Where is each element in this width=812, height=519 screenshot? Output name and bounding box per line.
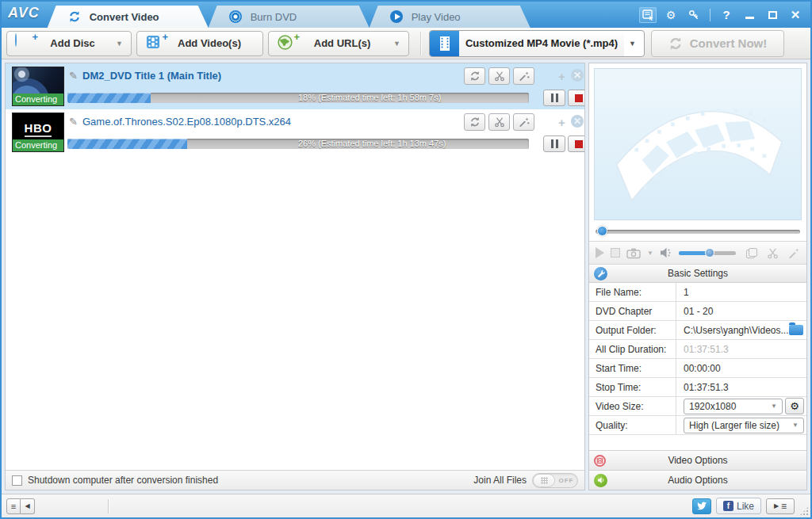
gear-icon[interactable]: ⚙ xyxy=(662,7,680,23)
setting-label: DVD Chapter xyxy=(589,302,676,320)
options-bar: Shutdown computer after conversion finis… xyxy=(6,470,584,490)
quality-value: High (Larger file size) xyxy=(689,420,787,431)
seek-handle[interactable] xyxy=(597,226,607,236)
minimize-button[interactable] xyxy=(741,7,758,23)
stop-button[interactable] xyxy=(568,135,584,152)
edit-title-icon[interactable]: ✎ xyxy=(69,116,78,128)
key-icon[interactable] xyxy=(685,7,703,23)
snapshot-camera-icon[interactable] xyxy=(626,247,641,259)
titlebar-separator xyxy=(710,9,710,21)
queue-row[interactable]: HBO Converting ✎ Game.of.Thrones.S02.Ep0… xyxy=(6,109,584,155)
tab-label: Burn DVD xyxy=(251,11,297,23)
video-size-select[interactable]: 1920x1080 ▼ xyxy=(684,399,783,414)
collapse-panel-button[interactable]: ◀ xyxy=(21,498,35,514)
quality-select[interactable]: High (Larger file size) ▼ xyxy=(684,418,804,433)
audio-options-button[interactable]: Audio Options xyxy=(589,470,806,490)
seek-bar[interactable] xyxy=(596,225,800,238)
folder-icon[interactable] xyxy=(789,325,803,335)
stop-playback-button[interactable] xyxy=(611,248,620,258)
tab-label: Convert Video xyxy=(90,11,159,23)
volume-slider[interactable] xyxy=(679,248,736,258)
join-all-files-toggle[interactable]: OFF xyxy=(532,473,578,488)
convert-now-button[interactable]: Convert Now! xyxy=(651,30,784,57)
queue-panel: Converting ✎ DM2_DVD Title 1 (Main Title… xyxy=(5,63,585,490)
queue-row[interactable]: Converting ✎ DM2_DVD Title 1 (Main Title… xyxy=(6,63,584,109)
volume-handle[interactable] xyxy=(705,248,714,258)
toolbar-separator xyxy=(420,32,421,55)
menu-list-button[interactable]: ≡ xyxy=(6,498,21,514)
setting-row-start-time: Start Time: 00:00:00 xyxy=(589,359,806,378)
feedback-icon[interactable] xyxy=(639,7,657,23)
pause-button[interactable] xyxy=(543,135,565,152)
add-urls-button[interactable]: + Add URL(s) ▼ xyxy=(268,31,409,56)
play-triangle-icon: ▶ xyxy=(774,502,779,509)
disc-icon xyxy=(229,10,243,24)
clip-scissors-icon[interactable] xyxy=(488,113,510,131)
main-area: Converting ✎ DM2_DVD Title 1 (Main Title… xyxy=(2,59,810,494)
progress-bar: 18% (Estimated time left: 1h 58m 7s) xyxy=(67,93,529,103)
close-button[interactable]: ✕ xyxy=(787,7,804,23)
output-folder-value[interactable]: C:\Users\yangh\Videos... xyxy=(676,325,806,336)
effects-wand-icon[interactable] xyxy=(513,67,534,85)
add-disc-button[interactable]: + Add Disc ▼ xyxy=(6,31,132,56)
setting-label: Video Size: xyxy=(589,397,676,415)
progress-text: 18% (Estimated time left: 1h 58m 7s) xyxy=(298,93,441,103)
video-size-gear-button[interactable]: ⚙ xyxy=(785,398,804,414)
video-thumbnail: HBO Converting xyxy=(12,113,64,152)
playlist-toggle-button[interactable]: ▶ ≡ xyxy=(766,498,795,514)
tab-convert-video[interactable]: Convert Video xyxy=(48,6,209,28)
tab-burn-dvd[interactable]: Burn DVD xyxy=(209,6,370,28)
help-button[interactable]: ? xyxy=(718,7,735,23)
add-urls-icon: + xyxy=(277,34,296,53)
convert-item-button[interactable] xyxy=(464,113,485,131)
chevron-down-icon: ▼ xyxy=(792,422,799,429)
stop-time-value[interactable]: 01:37:51.3 xyxy=(676,382,806,393)
start-time-value[interactable]: 00:00:00 xyxy=(676,363,806,374)
shutdown-checkbox[interactable] xyxy=(12,475,22,486)
add-icon[interactable]: + xyxy=(558,116,565,129)
chevron-down-icon: ▼ xyxy=(393,40,400,48)
add-videos-button[interactable]: + Add Video(s) xyxy=(136,31,263,56)
output-format-selector[interactable]: Customized MP4 Movie (*.mp4) ▼ xyxy=(429,30,645,57)
pause-button[interactable] xyxy=(543,90,565,106)
all-clip-duration-value: 01:37:51.3 xyxy=(676,344,806,355)
dvd-chapter-value[interactable]: 01 - 20 xyxy=(676,306,806,317)
chevron-down-icon: ▼ xyxy=(771,403,777,410)
snapshot-options-arrow[interactable]: ▼ xyxy=(647,250,653,257)
status-badge: Converting xyxy=(13,93,63,105)
play-button[interactable] xyxy=(596,247,604,258)
remove-icon[interactable]: ✕ xyxy=(571,115,584,128)
maximize-button[interactable] xyxy=(764,7,781,23)
twitter-button[interactable] xyxy=(692,498,711,514)
edit-title-icon[interactable]: ✎ xyxy=(69,70,78,82)
trim-scissors-icon[interactable] xyxy=(767,247,779,259)
effects-wand-icon[interactable] xyxy=(513,113,534,131)
add-icon[interactable]: + xyxy=(558,70,565,83)
titlebar: AVC Convert Video Burn DVD Play Video ⚙ xyxy=(2,2,810,28)
toggle-knob xyxy=(533,474,555,487)
basic-settings-header: Basic Settings xyxy=(589,265,806,283)
remove-icon[interactable]: ✕ xyxy=(571,69,584,82)
stop-button[interactable] xyxy=(568,90,584,106)
join-all-files-label: Join All Files xyxy=(473,475,527,486)
clip-scissors-icon[interactable] xyxy=(488,67,510,85)
statusbar-separator xyxy=(108,499,109,513)
social-buttons: f Like ▶ ≡ xyxy=(692,498,795,514)
basic-settings-title: Basic Settings xyxy=(589,268,806,279)
tab-play-video[interactable]: Play Video xyxy=(370,6,530,28)
facebook-like-button[interactable]: f Like xyxy=(716,498,761,514)
play-icon xyxy=(390,10,404,24)
player-controls: ▼ xyxy=(589,241,806,265)
list-icon: ≡ xyxy=(781,501,787,512)
video-title: Game.of.Thrones.S02.Ep08.1080p.DTS.x264 xyxy=(82,116,291,128)
copy-icon[interactable] xyxy=(746,248,757,258)
queue-list: Converting ✎ DM2_DVD Title 1 (Main Title… xyxy=(6,63,584,470)
effects-wand-icon[interactable] xyxy=(788,247,800,259)
thumbnail-label: HBO xyxy=(25,121,52,137)
video-options-button[interactable]: Video Options xyxy=(589,450,806,470)
tab-label: Play Video xyxy=(412,11,461,23)
resize-grip[interactable] xyxy=(799,506,809,516)
volume-icon[interactable] xyxy=(660,247,672,258)
file-name-value[interactable]: 1 xyxy=(676,287,806,298)
convert-item-button[interactable] xyxy=(464,67,485,85)
